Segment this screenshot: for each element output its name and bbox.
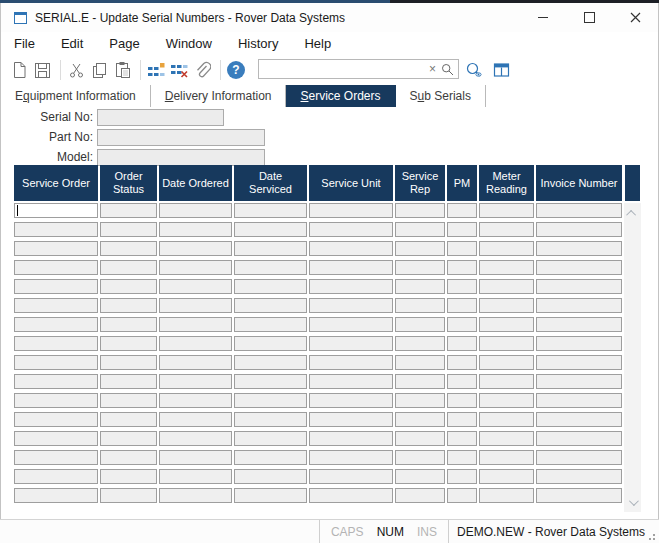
grid-cell[interactable] (100, 317, 157, 332)
grid-cell[interactable] (447, 241, 477, 256)
grid-cell[interactable] (395, 241, 445, 256)
menu-window[interactable]: Window (159, 34, 219, 53)
grid-cell[interactable] (159, 412, 232, 427)
grid-cell[interactable] (447, 431, 477, 446)
grid-cell[interactable] (14, 355, 98, 370)
tab-sub-serials[interactable]: Sub Serials (396, 85, 486, 107)
grid-cell[interactable] (447, 469, 477, 484)
grid-cell[interactable] (395, 488, 445, 503)
grid-cell[interactable] (395, 203, 445, 218)
grid-cell[interactable] (536, 431, 622, 446)
grid-cell[interactable] (309, 203, 393, 218)
grid-cell[interactable] (479, 203, 534, 218)
grid-cell[interactable] (536, 336, 622, 351)
grid-cell[interactable] (159, 241, 232, 256)
grid-cell[interactable] (479, 355, 534, 370)
grid-cell[interactable] (447, 260, 477, 275)
vertical-scrollbar[interactable] (624, 203, 641, 512)
grid-cell[interactable] (479, 374, 534, 389)
grid-cell[interactable] (234, 298, 307, 313)
grid-cell[interactable] (100, 374, 157, 389)
grid-cell[interactable] (479, 241, 534, 256)
grid-cell[interactable] (447, 203, 477, 218)
grid-cell[interactable] (159, 355, 232, 370)
grid-cell[interactable] (309, 469, 393, 484)
column-header[interactable]: Date Serviced (234, 165, 307, 201)
grid-cell[interactable] (309, 355, 393, 370)
column-header[interactable]: Service Order (14, 165, 98, 201)
grid-cell[interactable] (536, 450, 622, 465)
layout-view-button[interactable] (491, 60, 511, 80)
grid-cell[interactable] (14, 469, 98, 484)
grid-cell[interactable] (395, 279, 445, 294)
grid-cell[interactable] (159, 488, 232, 503)
grid-cell[interactable] (14, 279, 98, 294)
grid-cell[interactable] (159, 317, 232, 332)
grid-cell[interactable] (479, 336, 534, 351)
grid-cell[interactable] (395, 374, 445, 389)
grid-cell[interactable] (479, 393, 534, 408)
grid-cell[interactable] (234, 374, 307, 389)
grid-cell[interactable] (479, 469, 534, 484)
grid-cell[interactable] (100, 336, 157, 351)
column-header[interactable]: Invoice Number (536, 165, 622, 201)
grid-cell[interactable] (234, 203, 307, 218)
column-header[interactable]: PM (447, 165, 477, 201)
grid-cell[interactable] (536, 241, 622, 256)
grid-cell[interactable] (234, 241, 307, 256)
grid-cell[interactable] (14, 412, 98, 427)
grid-cell[interactable] (309, 336, 393, 351)
grid-cell[interactable] (536, 222, 622, 237)
search-clear-icon[interactable]: × (429, 63, 436, 75)
grid-cell[interactable] (395, 393, 445, 408)
grid-cell[interactable] (395, 317, 445, 332)
grid-cell[interactable] (536, 393, 622, 408)
grid-cell[interactable] (159, 336, 232, 351)
grid-cell[interactable] (479, 488, 534, 503)
grid-cell[interactable] (14, 260, 98, 275)
menu-help[interactable]: Help (297, 34, 338, 53)
grid-cell[interactable] (159, 374, 232, 389)
menu-history[interactable]: History (231, 34, 285, 53)
grid-cell[interactable] (100, 298, 157, 313)
column-header[interactable]: Meter Reading (479, 165, 534, 201)
grid-cell[interactable] (234, 412, 307, 427)
grid-cell[interactable] (309, 431, 393, 446)
tab-equipment-information[interactable]: Equipment Information (1, 85, 151, 107)
grid-cell[interactable] (159, 431, 232, 446)
grid-cell[interactable] (395, 450, 445, 465)
model-field[interactable] (97, 149, 265, 166)
grid-cell[interactable] (234, 222, 307, 237)
menu-edit[interactable]: Edit (54, 34, 90, 53)
column-header[interactable]: Service Unit (309, 165, 393, 201)
grid-cell[interactable] (395, 355, 445, 370)
grid-cell[interactable] (100, 260, 157, 275)
grid-cell[interactable] (234, 450, 307, 465)
grid-cell[interactable] (159, 469, 232, 484)
grid-cell[interactable] (159, 393, 232, 408)
grid-cell[interactable] (447, 298, 477, 313)
grid-cell[interactable] (479, 260, 534, 275)
grid-cell[interactable] (159, 450, 232, 465)
grid-cell[interactable] (234, 469, 307, 484)
grid-cell[interactable] (100, 393, 157, 408)
grid-cell[interactable] (479, 431, 534, 446)
save-button[interactable] (32, 60, 52, 81)
grid-cell[interactable] (479, 450, 534, 465)
grid-cell[interactable] (100, 450, 157, 465)
column-header[interactable]: Service Rep (395, 165, 445, 201)
insert-rows-button[interactable] (146, 60, 166, 81)
grid-cell[interactable] (309, 260, 393, 275)
grid-cell[interactable] (309, 241, 393, 256)
grid-cell[interactable] (309, 374, 393, 389)
grid-cell[interactable] (536, 412, 622, 427)
grid-cell[interactable] (479, 222, 534, 237)
grid-cell[interactable] (395, 412, 445, 427)
grid-cell[interactable] (100, 355, 157, 370)
grid-cell[interactable] (100, 431, 157, 446)
grid-cell[interactable] (14, 488, 98, 503)
grid-cell[interactable] (14, 431, 98, 446)
grid-cell[interactable] (14, 374, 98, 389)
grid-cell[interactable] (447, 279, 477, 294)
grid-cell[interactable] (100, 241, 157, 256)
